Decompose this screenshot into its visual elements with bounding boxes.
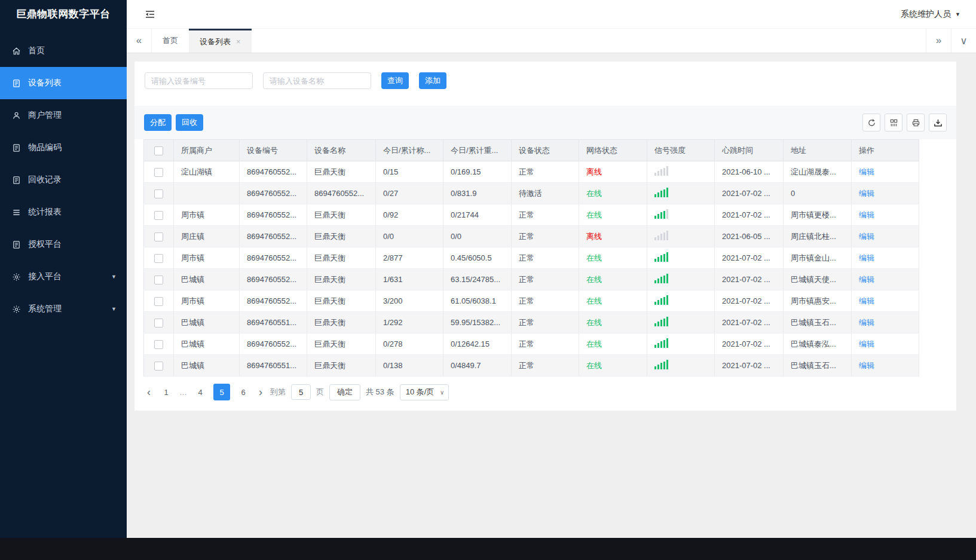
row-checkbox[interactable] — [154, 189, 163, 198]
prev-page-icon[interactable]: ‹ — [145, 384, 153, 400]
select-all-checkbox[interactable] — [154, 146, 163, 155]
page-ellipsis: … — [179, 388, 187, 397]
goto-label: 到第 — [270, 387, 286, 397]
confirm-button[interactable]: 确定 — [329, 384, 360, 400]
device-status-cell: 正常 — [512, 312, 579, 333]
sidebar-item[interactable]: 首页 — [0, 35, 127, 67]
add-button[interactable]: 添加 — [419, 72, 446, 89]
edit-link[interactable]: 编辑 — [859, 210, 874, 219]
signal-cell — [647, 269, 715, 290]
device-status-cell: 正常 — [512, 333, 579, 355]
row-checkbox[interactable] — [154, 362, 163, 371]
edit-link[interactable]: 编辑 — [859, 167, 874, 176]
row-checkbox[interactable] — [154, 168, 163, 177]
bottom-strip — [0, 538, 976, 560]
print-icon[interactable] — [907, 114, 925, 131]
page-number[interactable]: 6 — [235, 384, 251, 400]
goto-page-input[interactable] — [291, 384, 311, 400]
today-count-cell: 0/278 — [376, 333, 443, 355]
row-select-cell — [144, 204, 174, 226]
device-status-cell: 正常 — [512, 161, 579, 183]
heartbeat-cell: 2021-07-02 ... — [715, 247, 784, 269]
table-row: 周市镇8694760552...巨鼎天衡3/20061.05/6038.1正常在… — [144, 290, 919, 312]
gear-icon — [12, 304, 22, 314]
tab-bar: « 首页设备列表× » ∨ — [127, 29, 976, 53]
next-page-icon[interactable]: › — [256, 384, 265, 400]
export-icon[interactable] — [929, 114, 947, 131]
column-header: 所属商户 — [174, 140, 240, 161]
today-count-cell: 0/92 — [376, 204, 443, 226]
tab-item[interactable]: 设备列表× — [189, 29, 252, 53]
row-select-cell — [144, 226, 174, 247]
sidebar-item-label: 授权平台 — [28, 239, 62, 250]
device-list-panel: 查询 添加 分配 回收 — [134, 62, 956, 411]
edit-link[interactable]: 编辑 — [859, 361, 874, 370]
sidebar-item[interactable]: 商户管理 — [0, 99, 127, 131]
sidebar-item[interactable]: 统计报表 — [0, 196, 127, 228]
sidebar-item[interactable]: 物品编码 — [0, 131, 127, 164]
device-name-cell: 巨鼎天衡 — [307, 312, 376, 333]
row-checkbox[interactable] — [154, 211, 163, 220]
network-status-badge: 在线 — [586, 296, 602, 305]
today-count-cell: 0/0 — [376, 226, 443, 247]
refresh-icon[interactable] — [862, 114, 880, 131]
device-no-input[interactable] — [145, 72, 253, 89]
row-select-cell — [144, 355, 174, 377]
device-name-cell: 巨鼎天衡 — [307, 204, 376, 226]
page-size-select[interactable]: 10 条/页 ∨ — [400, 384, 449, 400]
network-status-cell: 在线 — [579, 204, 647, 226]
page-number[interactable]: 1 — [158, 384, 174, 400]
network-status-badge: 在线 — [586, 253, 602, 262]
page-number[interactable]: 5 — [213, 384, 230, 400]
device-name-cell: 巨鼎天衡 — [307, 333, 376, 355]
sidebar-item[interactable]: 回收记录 — [0, 164, 127, 196]
tab-item[interactable]: 首页 — [152, 29, 189, 53]
edit-link[interactable]: 编辑 — [859, 339, 874, 348]
tabs-menu-icon[interactable]: ∨ — [951, 29, 976, 53]
device-no-cell: 8694760552... — [240, 226, 307, 247]
device-no-cell: 8694760552... — [240, 204, 307, 226]
device-status-cell: 正常 — [512, 355, 579, 377]
pagination: ‹ 1…456 › 到第 页 确定 共 53 条 10 条/页 ∨ — [134, 377, 956, 400]
edit-link[interactable]: 编辑 — [859, 232, 874, 241]
menu-fold-icon[interactable] — [145, 10, 155, 19]
merchant-cell: 淀山湖镇 — [174, 161, 240, 183]
sidebar-item[interactable]: 系统管理▼ — [0, 293, 127, 325]
columns-icon[interactable] — [885, 114, 902, 131]
tabs-scroll-left-icon[interactable]: « — [127, 29, 152, 53]
tabs-scroll-right-icon[interactable]: » — [926, 29, 951, 53]
edit-link[interactable]: 编辑 — [859, 275, 874, 284]
row-checkbox[interactable] — [154, 319, 163, 328]
gear-icon — [12, 272, 22, 281]
doc-icon — [12, 175, 22, 185]
edit-link[interactable]: 编辑 — [859, 189, 874, 198]
row-checkbox[interactable] — [154, 254, 163, 263]
query-button[interactable]: 查询 — [381, 72, 409, 89]
edit-link[interactable]: 编辑 — [859, 318, 874, 327]
column-header: 今日/累计重... — [443, 140, 512, 161]
user-menu[interactable]: 系统维护人员 ▼ — [901, 9, 960, 20]
table-row: 巴城镇8694760552...巨鼎天衡0/2780/12642.15正常在线2… — [144, 333, 919, 355]
row-checkbox[interactable] — [154, 276, 163, 284]
sidebar-item[interactable]: 接入平台▼ — [0, 261, 127, 293]
signal-bars-icon — [654, 295, 668, 305]
edit-link[interactable]: 编辑 — [859, 296, 874, 305]
row-select-cell — [144, 290, 174, 312]
row-checkbox[interactable] — [154, 232, 163, 241]
assign-button[interactable]: 分配 — [144, 114, 172, 131]
row-checkbox[interactable] — [154, 297, 163, 306]
table-row: 8694760552...8694760552...0/270/831.9待激活… — [144, 183, 919, 204]
recycle-button[interactable]: 回收 — [176, 114, 203, 131]
edit-link[interactable]: 编辑 — [859, 253, 874, 262]
page-number[interactable]: 4 — [192, 384, 208, 400]
sidebar-item[interactable]: 设备列表 — [0, 67, 127, 99]
merchant-cell — [174, 183, 240, 204]
address-cell: 巴城镇玉石... — [784, 355, 852, 377]
today-count-cell: 1/292 — [376, 312, 443, 333]
device-no-cell: 8694760552... — [240, 161, 307, 183]
row-checkbox[interactable] — [154, 340, 163, 349]
close-icon[interactable]: × — [236, 37, 241, 46]
device-name-input[interactable] — [263, 72, 371, 89]
sidebar-item[interactable]: 授权平台 — [0, 228, 127, 261]
actions-cell: 编辑 — [852, 247, 919, 269]
